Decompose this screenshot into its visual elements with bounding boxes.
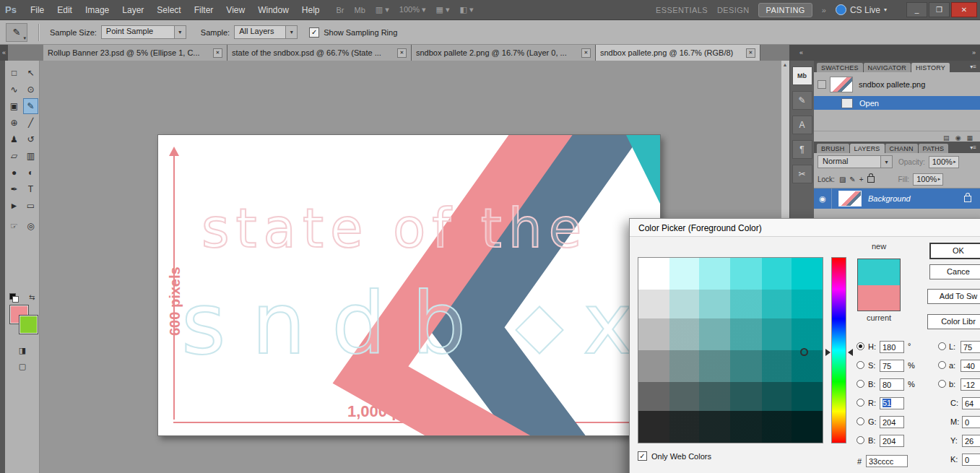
panel-menu-icon[interactable]: ▾≡ xyxy=(970,64,980,72)
pen-tool[interactable]: ✒ xyxy=(6,181,22,197)
menu-edit[interactable]: Edit xyxy=(51,5,79,15)
a-input[interactable] xyxy=(961,360,980,372)
eyedropper-tool[interactable]: ✎ xyxy=(23,98,38,114)
swap-colors-icon[interactable]: ⇆ xyxy=(29,293,35,301)
b2-input[interactable] xyxy=(880,435,904,447)
menu-window[interactable]: Window xyxy=(251,5,295,15)
current-tool-button[interactable]: ✎ ▾ xyxy=(6,23,27,42)
workspace-painting[interactable]: PAINTING xyxy=(758,3,812,17)
red-radio[interactable] xyxy=(857,399,864,407)
launch-bridge-button[interactable]: Br xyxy=(337,6,344,14)
lock-all-icon[interactable] xyxy=(867,176,875,183)
c-input[interactable] xyxy=(962,397,980,409)
lab-b-input[interactable] xyxy=(961,378,980,391)
mini-bridge-panel-button[interactable]: Mb xyxy=(792,66,812,85)
launch-mini-bridge-button[interactable]: Mb xyxy=(355,6,365,14)
expand-panels-button[interactable]: » xyxy=(972,45,976,61)
menu-file[interactable]: File xyxy=(24,5,51,15)
cs-live-button[interactable]: CS Live ▾ xyxy=(836,4,887,15)
blue-radio[interactable] xyxy=(857,436,864,444)
workspace-essentials[interactable]: ESSENTIALS xyxy=(656,6,708,14)
sample-size-dropdown[interactable]: Point Sample ▾ xyxy=(101,25,186,39)
workspace-overflow-button[interactable]: » xyxy=(822,6,826,14)
rectangular-marquee-tool[interactable]: □ xyxy=(6,65,22,81)
collapse-panels-button[interactable]: « xyxy=(799,45,803,61)
character-panel-button[interactable]: A xyxy=(792,116,812,134)
tab-sndbox-pallete[interactable]: sndbox pallete.png @ 16.7% (RGB/8) ✕ xyxy=(596,45,760,61)
history-state-row[interactable]: Open xyxy=(814,96,980,110)
tab-brush[interactable]: BRUSH xyxy=(817,144,849,153)
g-input[interactable] xyxy=(880,416,904,428)
scroll-up-icon[interactable]: ▲ xyxy=(781,62,789,67)
m-input[interactable] xyxy=(962,416,980,428)
arrange-documents-button[interactable]: ▦ ▾ xyxy=(436,5,450,14)
tab-swatches[interactable]: SWATCHES xyxy=(817,63,863,72)
history-brush-source-box[interactable] xyxy=(818,80,826,89)
blur-tool[interactable]: ● xyxy=(6,165,22,181)
spot-healing-brush-tool[interactable]: ⊕ xyxy=(6,115,22,131)
tab-scroll-left-button[interactable]: « xyxy=(0,45,8,61)
screen-mode-button[interactable]: ◧ ▾ xyxy=(460,5,474,14)
add-to-swatches-button[interactable]: Add To Sw xyxy=(927,289,980,304)
dodge-tool[interactable]: ◐ xyxy=(23,165,38,181)
default-colors-icon[interactable] xyxy=(9,293,18,302)
menu-help[interactable]: Help xyxy=(295,5,326,15)
zoom-tool[interactable]: ◎ xyxy=(23,218,38,234)
y-input[interactable] xyxy=(962,435,980,447)
tab-navigator[interactable]: NAVIGATOR xyxy=(864,63,911,72)
lab-a-radio[interactable] xyxy=(938,361,946,369)
h-input[interactable] xyxy=(880,341,904,353)
menu-view[interactable]: View xyxy=(220,5,251,15)
close-icon[interactable]: ✕ xyxy=(397,48,407,58)
only-web-colors-checkbox[interactable]: ✓ xyxy=(638,451,647,461)
menu-select[interactable]: Select xyxy=(150,5,187,15)
tab-rollup-banner[interactable]: Rollup Banner 23.psd @ 5% (Ellipse 1, C.… xyxy=(43,45,227,61)
current-color-swatch[interactable] xyxy=(858,285,900,311)
fill-value[interactable]: 100% ▸ xyxy=(913,173,943,186)
close-icon[interactable]: ✕ xyxy=(581,48,591,58)
minimize-button[interactable]: _ xyxy=(906,2,927,17)
ok-button[interactable]: OK xyxy=(929,243,980,259)
brush-panel-button[interactable]: ✎ xyxy=(792,91,812,110)
l-input[interactable] xyxy=(961,341,980,353)
lock-position-icon[interactable]: + xyxy=(859,175,864,183)
layer-thumbnail[interactable] xyxy=(838,191,862,207)
color-libraries-button[interactable]: Color Libr xyxy=(927,314,980,329)
restore-button[interactable]: ❐ xyxy=(929,2,950,17)
lasso-tool[interactable]: ∿ xyxy=(6,82,22,97)
layer-row-background[interactable]: ◉ Background xyxy=(814,188,980,209)
blend-mode-dropdown[interactable]: Normal ▾ xyxy=(818,155,893,168)
new-document-from-state-icon[interactable]: ▤ xyxy=(943,134,950,142)
s-input[interactable] xyxy=(880,360,904,372)
path-selection-tool[interactable]: ► xyxy=(6,198,22,214)
saturation-radio[interactable] xyxy=(857,361,864,369)
close-icon[interactable]: ✕ xyxy=(213,48,222,58)
history-brush-tool[interactable]: ↺ xyxy=(23,131,38,147)
crop-tool[interactable]: ▣ xyxy=(6,98,22,114)
r-input[interactable]: 51 xyxy=(880,397,904,409)
cancel-button[interactable]: Cance xyxy=(929,264,980,279)
green-radio[interactable] xyxy=(857,417,864,425)
hue-slider-right-arrow-icon[interactable] xyxy=(848,349,853,356)
history-snapshot-row[interactable]: sndbox pallete.png xyxy=(814,72,980,94)
delete-state-icon[interactable]: ▦ xyxy=(966,134,973,142)
hue-slider[interactable] xyxy=(831,257,846,443)
hue-slider-left-arrow-icon[interactable] xyxy=(825,349,831,356)
close-button[interactable]: ✕ xyxy=(951,2,977,17)
tab-state-of-the-sndbox[interactable]: state of the sndbox.psd @ 66.7% (State .… xyxy=(227,45,412,61)
brightness-radio[interactable] xyxy=(857,380,864,388)
b-input[interactable] xyxy=(880,378,904,391)
close-icon[interactable]: ✕ xyxy=(746,48,755,58)
sample-dropdown[interactable]: All Layers ▾ xyxy=(234,25,298,39)
lab-l-radio[interactable] xyxy=(938,342,946,350)
color-field-marker[interactable] xyxy=(800,348,808,356)
background-color-swatch[interactable] xyxy=(19,315,38,334)
opacity-value[interactable]: 100% ▸ xyxy=(929,156,959,168)
type-tool[interactable]: T xyxy=(23,181,38,197)
lab-b-radio[interactable] xyxy=(938,380,946,388)
tab-channels[interactable]: CHANN xyxy=(885,144,918,153)
workspace-design[interactable]: DESIGN xyxy=(717,6,750,14)
layer-name[interactable]: Background xyxy=(868,194,911,203)
lock-image-icon[interactable]: ✎ xyxy=(849,175,855,183)
lock-transparency-icon[interactable]: ▨ xyxy=(839,175,846,183)
